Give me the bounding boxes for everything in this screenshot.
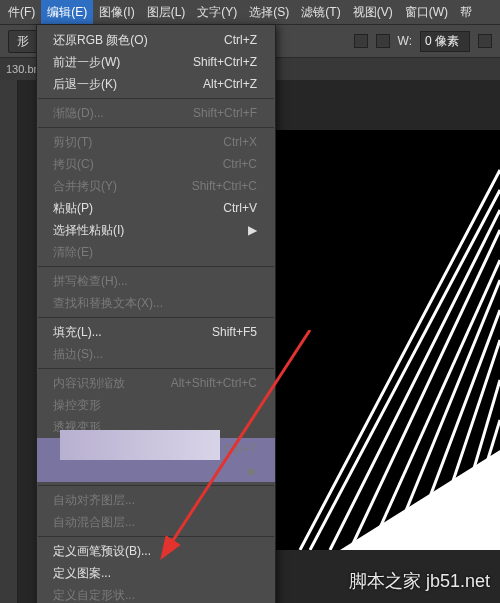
menu-item[interactable]: 后退一步(K)Alt+Ctrl+Z bbox=[37, 73, 275, 95]
menu-file[interactable]: 件(F) bbox=[2, 0, 41, 24]
menu-type[interactable]: 文字(Y) bbox=[191, 0, 243, 24]
menu-item: 剪切(T)Ctrl+X bbox=[37, 131, 275, 153]
menu-separator bbox=[38, 368, 274, 369]
menu-item-shortcut: Shift+Ctrl+Z bbox=[193, 54, 257, 70]
menu-item-label: 选择性粘贴(I) bbox=[53, 222, 124, 238]
menu-item-label: 操控变形 bbox=[53, 397, 101, 413]
menu-item-shortcut: ▶ bbox=[248, 222, 257, 238]
menu-item: 操控变形 bbox=[37, 394, 275, 416]
link-icon[interactable] bbox=[478, 34, 492, 48]
arrange-icon[interactable] bbox=[376, 34, 390, 48]
menu-item-label: 后退一步(K) bbox=[53, 76, 117, 92]
menu-item-label: 拼写检查(H)... bbox=[53, 273, 128, 289]
menu-item: ▶ bbox=[37, 460, 275, 482]
menu-item: 渐隐(D)...Shift+Ctrl+F bbox=[37, 102, 275, 124]
watermark-text: 脚本之家 jb51.net bbox=[349, 569, 490, 593]
menu-item-label: 定义图案... bbox=[53, 565, 111, 581]
menu-item-shortcut: Alt+Ctrl+Z bbox=[203, 76, 257, 92]
menu-separator bbox=[38, 317, 274, 318]
menu-item-label: 填充(L)... bbox=[53, 324, 102, 340]
menu-separator bbox=[38, 98, 274, 99]
menu-item-label: 拷贝(C) bbox=[53, 156, 94, 172]
menu-item-shortcut: Shift+Ctrl+C bbox=[192, 178, 257, 194]
menu-separator bbox=[38, 485, 274, 486]
menu-item[interactable]: 粘贴(P)Ctrl+V bbox=[37, 197, 275, 219]
menu-item: 合并拷贝(Y)Shift+Ctrl+C bbox=[37, 175, 275, 197]
menubar: 件(F) 编辑(E) 图像(I) 图层(L) 文字(Y) 选择(S) 滤镜(T)… bbox=[0, 0, 500, 24]
menu-item-shortcut: Ctrl+V bbox=[223, 200, 257, 216]
menu-item-label: 合并拷贝(Y) bbox=[53, 178, 117, 194]
width-field[interactable]: 0 像素 bbox=[420, 31, 470, 52]
menu-item-shortcut: ▶ bbox=[248, 463, 257, 479]
menu-separator bbox=[38, 266, 274, 267]
menu-item-label: 定义画笔预设(B)... bbox=[53, 543, 151, 559]
menu-window[interactable]: 窗口(W) bbox=[399, 0, 454, 24]
menu-item-label: 定义自定形状... bbox=[53, 587, 135, 603]
align-icon[interactable] bbox=[354, 34, 368, 48]
menu-separator bbox=[38, 536, 274, 537]
menu-item-label: 还原RGB 颜色(O) bbox=[53, 32, 148, 48]
menu-item-shortcut: Shift+Ctrl+F bbox=[193, 105, 257, 121]
menu-item[interactable]: 前进一步(W)Shift+Ctrl+Z bbox=[37, 51, 275, 73]
menu-item-shortcut: Ctrl+Z bbox=[224, 32, 257, 48]
menu-item-shortcut: Alt+Shift+Ctrl+C bbox=[171, 375, 257, 391]
menu-item-label: 内容识别缩放 bbox=[53, 375, 125, 391]
menu-item: 清除(E) bbox=[37, 241, 275, 263]
menu-item-label: 自动对齐图层... bbox=[53, 492, 135, 508]
menu-item-label: 渐隐(D)... bbox=[53, 105, 104, 121]
menu-item: 定义自定形状... bbox=[37, 584, 275, 603]
menu-edit[interactable]: 编辑(E) bbox=[41, 0, 93, 24]
menu-item-label: 自动混合图层... bbox=[53, 514, 135, 530]
menu-item: 内容识别缩放Alt+Shift+Ctrl+C bbox=[37, 372, 275, 394]
menu-item-shortcut: Ctrl+T bbox=[224, 441, 257, 457]
menu-item-shortcut: Shift+F5 bbox=[212, 324, 257, 340]
menu-item[interactable]: 还原RGB 颜色(O)Ctrl+Z bbox=[37, 29, 275, 51]
menu-item: 自动对齐图层... bbox=[37, 489, 275, 511]
width-label: W: bbox=[398, 34, 412, 48]
menu-item-label: 粘贴(P) bbox=[53, 200, 93, 216]
menu-item-label: 前进一步(W) bbox=[53, 54, 120, 70]
menu-item: 拷贝(C)Ctrl+C bbox=[37, 153, 275, 175]
menu-item: 自动混合图层... bbox=[37, 511, 275, 533]
document-artwork[interactable] bbox=[260, 130, 500, 550]
menu-help[interactable]: 帮 bbox=[454, 0, 478, 24]
menu-item: 查找和替换文本(X)... bbox=[37, 292, 275, 314]
menu-item: 拼写检查(H)... bbox=[37, 270, 275, 292]
menu-item[interactable]: 定义图案... bbox=[37, 562, 275, 584]
menu-item-label: 清除(E) bbox=[53, 244, 93, 260]
menu-item-shortcut: Ctrl+C bbox=[223, 156, 257, 172]
menu-select[interactable]: 选择(S) bbox=[243, 0, 295, 24]
menu-layer[interactable]: 图层(L) bbox=[141, 0, 192, 24]
menu-image[interactable]: 图像(I) bbox=[93, 0, 140, 24]
menu-filter[interactable]: 滤镜(T) bbox=[295, 0, 346, 24]
menu-item[interactable]: 定义画笔预设(B)... bbox=[37, 540, 275, 562]
shape-mode-button[interactable]: 形 bbox=[8, 30, 38, 53]
menu-item-label: 查找和替换文本(X)... bbox=[53, 295, 163, 311]
menu-item[interactable]: 选择性粘贴(I)▶ bbox=[37, 219, 275, 241]
menu-item-shortcut: Ctrl+X bbox=[223, 134, 257, 150]
menu-item-label: 描边(S)... bbox=[53, 346, 103, 362]
edit-menu-dropdown: 还原RGB 颜色(O)Ctrl+Z前进一步(W)Shift+Ctrl+Z后退一步… bbox=[36, 24, 276, 603]
menu-item-label: 剪切(T) bbox=[53, 134, 92, 150]
menu-item[interactable]: 填充(L)...Shift+F5 bbox=[37, 321, 275, 343]
menu-item: 描边(S)... bbox=[37, 343, 275, 365]
menu-separator bbox=[38, 127, 274, 128]
brush-shape-icon bbox=[260, 130, 500, 550]
vertical-ruler bbox=[0, 80, 18, 603]
annotation-overlay bbox=[60, 430, 220, 460]
menu-view[interactable]: 视图(V) bbox=[347, 0, 399, 24]
